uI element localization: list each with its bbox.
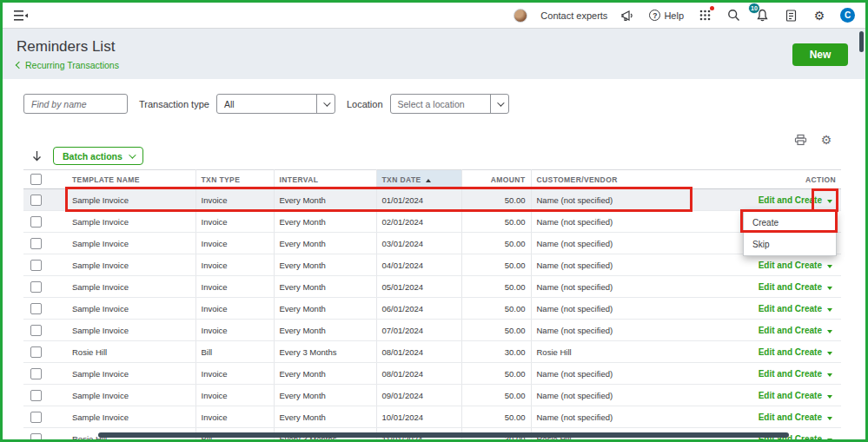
- row-checkbox[interactable]: [30, 368, 42, 379]
- action-dropdown-caret[interactable]: [827, 330, 832, 333]
- select-all-checkbox[interactable]: [30, 174, 42, 185]
- notifications-bell-icon[interactable]: 10: [754, 8, 770, 23]
- menu-item-skip[interactable]: Skip: [744, 234, 836, 255]
- cell-txn-type: Invoice: [195, 189, 274, 211]
- edit-and-create-link[interactable]: Edit and Create: [759, 282, 822, 292]
- top-navigation-bar: Contact experts ? Help: [3, 3, 865, 29]
- cell-amount: 50.00: [461, 385, 531, 406]
- vertical-scrollbar[interactable]: [859, 31, 864, 52]
- col-customer-vendor[interactable]: CUSTOMER/VENDOR: [531, 170, 709, 189]
- settings-gear-icon[interactable]: ⚙: [812, 8, 827, 23]
- cell-interval: Every Month: [274, 298, 376, 320]
- profile-avatar[interactable]: C: [840, 8, 855, 23]
- edit-and-create-link[interactable]: Edit and Create: [759, 369, 822, 379]
- menu-toggle-icon[interactable]: [13, 8, 29, 23]
- table-header-row: TEMPLATE NAME TXN TYPE INTERVAL TXN DATE…: [23, 170, 841, 189]
- row-checkbox[interactable]: [30, 346, 42, 358]
- table-row: Sample Invoice Invoice Every Month 06/01…: [23, 298, 841, 320]
- cell-txn-type: Invoice: [195, 233, 274, 254]
- search-icon[interactable]: [726, 8, 741, 23]
- cell-txn-type: Invoice: [195, 406, 274, 428]
- action-dropdown-caret[interactable]: [827, 200, 832, 203]
- cell-interval: Every Month: [274, 276, 376, 298]
- table-row: Rosie Hill Bill Every 3 Months 08/01/202…: [23, 341, 841, 363]
- tasks-clipboard-icon[interactable]: [783, 8, 798, 23]
- table-row: Sample Invoice Invoice Every Month 01/01…: [23, 189, 841, 211]
- expert-avatar: [514, 9, 527, 23]
- action-dropdown-caret[interactable]: [827, 417, 832, 420]
- action-dropdown-caret[interactable]: [827, 373, 832, 377]
- cell-txn-date: 10/01/2024: [376, 406, 461, 428]
- action-dropdown-caret[interactable]: [827, 308, 832, 312]
- cell-customer-vendor: Name (not specified): [531, 233, 709, 254]
- action-dropdown-caret[interactable]: [827, 395, 832, 399]
- new-button[interactable]: New: [792, 43, 848, 66]
- table-settings-gear-icon[interactable]: ⚙: [818, 132, 834, 148]
- edit-and-create-link[interactable]: Edit and Create: [759, 391, 822, 400]
- back-to-recurring-transactions-link[interactable]: Recurring Transactions: [17, 60, 851, 70]
- cell-template-name: Sample Invoice: [67, 320, 195, 341]
- col-template-name[interactable]: TEMPLATE NAME: [67, 170, 195, 189]
- row-checkbox[interactable]: [30, 260, 42, 271]
- cell-txn-date: 01/01/2024: [376, 189, 461, 211]
- cell-amount: 50.00: [461, 189, 531, 211]
- col-amount[interactable]: AMOUNT: [461, 170, 531, 189]
- chevron-down-icon: [129, 151, 136, 158]
- edit-and-create-link[interactable]: Edit and Create: [759, 326, 822, 335]
- col-txn-type[interactable]: TXN TYPE: [195, 170, 274, 189]
- row-checkbox[interactable]: [30, 195, 42, 206]
- row-checkbox[interactable]: [30, 281, 42, 293]
- transaction-type-select[interactable]: All: [216, 94, 335, 114]
- cell-txn-date: 03/01/2024: [376, 233, 461, 254]
- row-checkbox[interactable]: [30, 325, 42, 336]
- cell-txn-type: Bill: [195, 341, 274, 363]
- cell-customer-vendor: Name (not specified): [531, 298, 709, 320]
- edit-and-create-link[interactable]: Edit and Create: [759, 412, 822, 422]
- cell-template-name: Sample Invoice: [67, 363, 195, 385]
- row-checkbox[interactable]: [30, 216, 42, 228]
- cell-template-name: Sample Invoice: [67, 211, 195, 233]
- row-checkbox[interactable]: [30, 238, 42, 249]
- row-checkbox[interactable]: [30, 303, 42, 314]
- location-select[interactable]: Select a location: [390, 94, 509, 114]
- col-txn-date[interactable]: TXN DATE: [376, 170, 461, 189]
- edit-and-create-link[interactable]: Edit and Create: [759, 261, 822, 270]
- cell-interval: Every Month: [274, 189, 376, 211]
- sort-order-icon[interactable]: [29, 148, 44, 164]
- page-header: Reminders List Recurring Transactions Ne…: [3, 29, 865, 79]
- action-dropdown-caret[interactable]: [827, 352, 832, 355]
- row-checkbox[interactable]: [30, 433, 42, 442]
- edit-and-create-link[interactable]: Edit and Create: [759, 347, 822, 357]
- horizontal-scrollbar[interactable]: [98, 432, 789, 438]
- announcements-icon[interactable]: [620, 8, 636, 23]
- find-by-name-input[interactable]: [23, 94, 128, 114]
- action-dropdown-caret[interactable]: [827, 287, 832, 290]
- apps-grid-icon[interactable]: [697, 8, 712, 23]
- cell-amount: 50.00: [461, 320, 531, 341]
- cell-amount: 50.00: [461, 298, 531, 320]
- table-tools: ⚙: [792, 132, 834, 148]
- row-checkbox[interactable]: [30, 412, 42, 423]
- cell-interval: Every Month: [274, 406, 376, 428]
- cell-txn-date: 09/01/2024: [376, 385, 461, 406]
- cell-txn-type: Invoice: [195, 276, 274, 298]
- edit-and-create-link[interactable]: Edit and Create: [759, 195, 822, 205]
- batch-actions-button[interactable]: Batch actions: [53, 147, 143, 165]
- menu-item-create[interactable]: Create: [744, 212, 836, 234]
- sort-ascending-icon: [426, 179, 431, 182]
- cell-customer-vendor: Name (not specified): [531, 320, 709, 341]
- action-dropdown-caret[interactable]: [827, 265, 832, 268]
- col-interval[interactable]: INTERVAL: [274, 170, 376, 189]
- cell-txn-type: Invoice: [195, 320, 274, 341]
- table-row: Sample Invoice Invoice Every Month 07/01…: [23, 320, 841, 341]
- edit-and-create-link[interactable]: Edit and Create: [759, 304, 822, 313]
- cell-txn-type: Invoice: [195, 211, 274, 233]
- help-menu[interactable]: ? Help: [649, 10, 684, 21]
- contact-experts-link[interactable]: Contact experts: [540, 10, 607, 21]
- cell-customer-vendor: Name (not specified): [531, 211, 709, 233]
- cell-amount: 50.00: [461, 363, 531, 385]
- print-icon[interactable]: [792, 132, 808, 148]
- row-checkbox[interactable]: [30, 390, 42, 401]
- action-dropdown-caret[interactable]: [827, 439, 832, 442]
- location-label: Location: [347, 99, 383, 109]
